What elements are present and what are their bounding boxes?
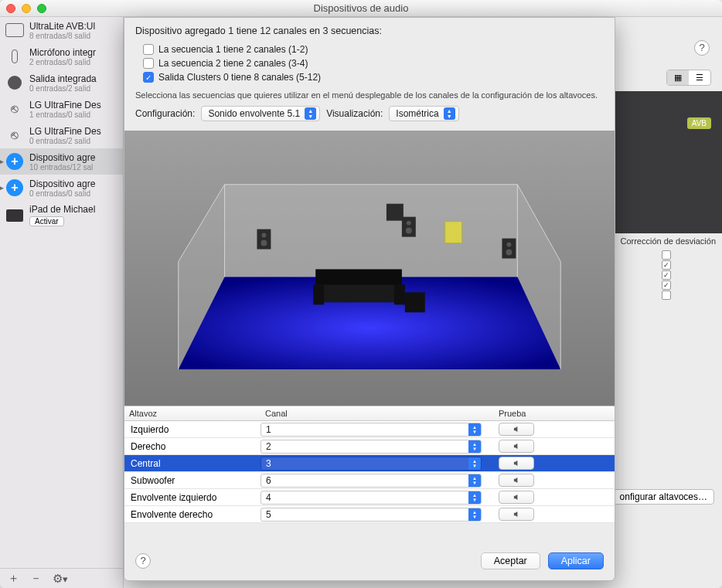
svg-point-13 <box>506 243 511 247</box>
speaker-icon <box>513 494 520 501</box>
list-view-icon[interactable]: ☰ <box>689 70 710 85</box>
svg-point-11 <box>407 221 411 226</box>
device-icon: + <box>5 151 25 172</box>
channel-popup[interactable]: 1▲▼ <box>261 423 482 437</box>
svg-marker-18 <box>513 478 517 483</box>
grid-view-icon[interactable]: ▦ <box>667 70 689 85</box>
config-popup[interactable]: Sonido envolvente 5.1 ▲▼ <box>201 106 320 121</box>
channel-popup[interactable]: 4▲▼ <box>261 491 482 505</box>
device-name: Salida integrada <box>29 73 97 84</box>
device-row[interactable]: ⎋LG UltraFine Des1 entradas/0 salid <box>0 96 123 122</box>
drift-checkbox[interactable]: ✓ <box>662 280 671 290</box>
speaker-center-icon <box>445 222 462 243</box>
chevron-updown-icon: ▲▼ <box>468 440 481 453</box>
checkbox[interactable] <box>143 44 154 55</box>
device-row[interactable]: ▶+Dispositivo agre0 entradas/0 salid <box>0 175 123 201</box>
device-row[interactable]: Salida integrada0 entradas/2 salid <box>0 70 123 96</box>
speaker-name: Envolvente derecho <box>124 508 261 522</box>
channel-popup[interactable]: 6▲▼ <box>261 474 482 488</box>
speaker-row[interactable]: Subwoofer6▲▼ <box>124 472 615 489</box>
checkbox[interactable] <box>143 58 154 69</box>
device-icon <box>5 206 25 226</box>
gear-icon[interactable]: ⚙︎▾ <box>53 572 68 586</box>
channel-value: 5 <box>261 509 468 520</box>
speaker-row[interactable]: Derecho2▲▼ <box>124 438 615 455</box>
view-mode-segmented[interactable]: ▦ ☰ <box>666 70 711 86</box>
config-label: Configuración: <box>135 108 195 119</box>
test-speaker-button[interactable] <box>499 508 534 521</box>
device-row[interactable]: ⎋LG UltraFine Des0 entradas/2 salid <box>0 122 123 148</box>
accept-button[interactable]: Aceptar <box>481 552 540 569</box>
chevron-updown-icon: ▲▼ <box>468 457 481 470</box>
room-visualization[interactable] <box>124 131 615 406</box>
disclosure-triangle-icon[interactable]: ▶ <box>0 184 4 192</box>
svg-marker-17 <box>513 461 517 466</box>
speaker-row[interactable]: Envolvente derecho5▲▼ <box>124 506 615 523</box>
titlebar: Dispositivos de audio <box>0 0 722 17</box>
sequence-label: La secuencia 2 tiene 2 canales (3-4) <box>158 58 308 69</box>
help-icon[interactable]: ? <box>694 40 710 56</box>
channel-popup[interactable]: 2▲▼ <box>261 440 482 454</box>
configure-speakers-button[interactable]: onfigurar altavoces… <box>613 489 714 505</box>
avb-badge: AVB <box>687 117 711 129</box>
channel-popup[interactable]: 3▲▼ <box>261 457 482 471</box>
sheet-hint: Selecciona las secuencias que quieres ut… <box>135 90 604 100</box>
sequence-row[interactable]: La secuencia 1 tiene 2 canales (1-2) <box>135 42 604 56</box>
activate-button[interactable]: Activar <box>29 216 64 226</box>
drift-checkbox[interactable]: ✓ <box>662 260 671 270</box>
speaker-row[interactable]: Envolvente izquierdo4▲▼ <box>124 489 615 506</box>
device-subtext: 8 entradas/8 salid <box>29 32 95 40</box>
sequence-label: La secuencia 1 tiene 2 canales (1-2) <box>158 44 308 55</box>
device-subtext: 10 entradas/12 sal <box>29 163 95 172</box>
window-title: Dispositivos de audio <box>0 2 722 14</box>
drift-correction-label: Corrección de desviación <box>620 236 716 246</box>
speaker-name: Central <box>124 457 261 471</box>
test-speaker-button[interactable] <box>499 440 534 453</box>
help-icon[interactable]: ? <box>135 553 151 569</box>
svg-marker-19 <box>513 495 517 500</box>
device-subtext: 0 entradas/2 salid <box>29 137 101 145</box>
channel-value: 2 <box>261 441 468 452</box>
sequence-row[interactable]: La secuencia 2 tiene 2 canales (3-4) <box>135 56 604 70</box>
channel-popup[interactable]: 5▲▼ <box>261 508 482 522</box>
speaker-icon <box>513 443 520 450</box>
device-name: Dispositivo agre <box>29 178 95 189</box>
device-row[interactable]: Micrófono integr2 entradas/0 salid <box>0 43 123 70</box>
speaker-name: Derecho <box>124 440 261 454</box>
speaker-row[interactable]: Central3▲▼ <box>124 455 615 472</box>
sequence-row[interactable]: ✓Salida Clusters 0 tiene 8 canales (5-12… <box>135 70 604 84</box>
test-speaker-button[interactable] <box>499 474 534 487</box>
apply-button[interactable]: Aplicar <box>548 552 604 569</box>
device-name: LG UltraFine Des <box>29 100 101 110</box>
svg-marker-20 <box>513 512 517 517</box>
svg-marker-15 <box>513 427 517 432</box>
device-subtext: 2 entradas/0 salid <box>29 58 96 66</box>
drift-checkbox[interactable] <box>662 291 671 300</box>
drift-checkbox[interactable] <box>662 250 671 260</box>
test-speaker-button[interactable] <box>499 491 534 504</box>
remove-device-button[interactable]: － <box>30 571 42 586</box>
disclosure-triangle-icon[interactable]: ▶ <box>0 158 4 165</box>
drift-checkbox[interactable]: ✓ <box>662 270 671 280</box>
subwoofer-icon <box>405 292 425 312</box>
speaker-row[interactable]: Izquierdo1▲▼ <box>124 421 615 438</box>
add-device-button[interactable]: ＋ <box>8 571 19 586</box>
chevron-updown-icon: ▲▼ <box>444 107 455 120</box>
test-speaker-button[interactable] <box>499 457 534 470</box>
view-popup[interactable]: Isométrica ▲▼ <box>389 106 458 121</box>
device-name: iPad de Michael <box>29 204 95 215</box>
test-speaker-button[interactable] <box>499 423 534 436</box>
device-subtext: 1 entradas/0 salid <box>29 110 101 119</box>
device-row[interactable]: iPad de MichaelActivar <box>0 201 123 229</box>
channel-value: 4 <box>261 492 468 503</box>
device-row[interactable]: UltraLite AVB:Ul8 entradas/8 salid <box>0 17 123 43</box>
device-name: Dispositivo agre <box>29 152 95 163</box>
view-label: Visualización: <box>326 108 383 119</box>
svg-marker-16 <box>513 444 517 449</box>
device-name: UltraLite AVB:Ul <box>29 21 95 32</box>
checkbox[interactable]: ✓ <box>143 72 154 83</box>
col-test: Prueba <box>483 406 615 420</box>
device-row[interactable]: ▶+Dispositivo agre10 entradas/12 sal <box>0 148 123 175</box>
audio-devices-window: Dispositivos de audio UltraLite AVB:Ul8 … <box>0 0 722 588</box>
chevron-updown-icon: ▲▼ <box>468 423 481 436</box>
